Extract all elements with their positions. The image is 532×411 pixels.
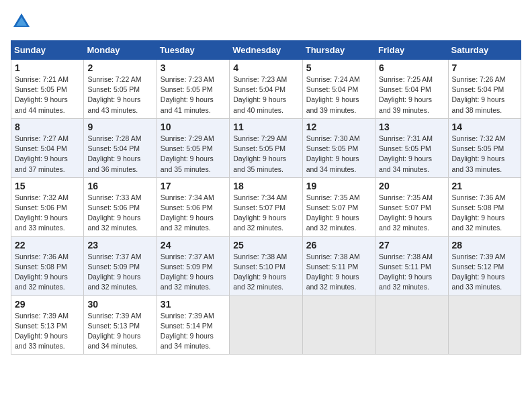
table-row: 12 Sunrise: 7:30 AM Sunset: 5:05 PM Dayl… xyxy=(302,118,375,177)
sunset-label: Sunset: 5:08 PM xyxy=(452,203,504,212)
day-info: Sunrise: 7:23 AM Sunset: 5:04 PM Dayligh… xyxy=(233,75,298,116)
sunrise-label: Sunrise: 7:39 AM xyxy=(87,312,141,320)
day-number: 25 xyxy=(233,240,298,250)
table-row: 5 Sunrise: 7:24 AM Sunset: 5:04 PM Dayli… xyxy=(302,60,375,119)
sunset-label: Sunset: 5:04 PM xyxy=(15,144,67,152)
day-number: 28 xyxy=(452,240,517,250)
daylight-label: Daylight: 9 hours and 33 minutes. xyxy=(15,332,68,350)
day-info: Sunrise: 7:38 AM Sunset: 5:10 PM Dayligh… xyxy=(233,252,298,293)
day-number: 14 xyxy=(452,122,517,132)
daylight-label: Daylight: 9 hours and 35 minutes. xyxy=(233,154,286,173)
daylight-label: Daylight: 9 hours and 43 minutes. xyxy=(87,95,140,113)
day-number: 26 xyxy=(306,240,371,250)
table-row xyxy=(230,295,302,355)
sunset-label: Sunset: 5:04 PM xyxy=(233,85,285,93)
daylight-label: Daylight: 9 hours and 32 minutes. xyxy=(306,273,359,291)
sunrise-label: Sunrise: 7:25 AM xyxy=(379,75,433,83)
calendar-week-row: 15 Sunrise: 7:32 AM Sunset: 5:06 PM Dayl… xyxy=(11,177,521,236)
sunrise-label: Sunrise: 7:21 AM xyxy=(15,75,69,83)
daylight-label: Daylight: 9 hours and 44 minutes. xyxy=(15,95,68,113)
sunset-label: Sunset: 5:08 PM xyxy=(15,263,67,271)
sunrise-label: Sunrise: 7:37 AM xyxy=(161,253,214,261)
day-number: 10 xyxy=(161,122,226,132)
sunset-label: Sunset: 5:11 PM xyxy=(379,263,431,271)
logo-icon xyxy=(11,11,32,32)
daylight-label: Daylight: 9 hours and 34 minutes. xyxy=(87,332,140,350)
sunset-label: Sunset: 5:06 PM xyxy=(87,203,140,212)
sunset-label: Sunset: 5:07 PM xyxy=(379,203,431,212)
daylight-label: Daylight: 9 hours and 38 minutes. xyxy=(452,95,505,113)
sunrise-label: Sunrise: 7:29 AM xyxy=(161,134,214,142)
table-row xyxy=(302,295,375,355)
daylight-label: Daylight: 9 hours and 39 minutes. xyxy=(306,95,359,113)
day-number: 7 xyxy=(452,62,517,73)
table-row: 1 Sunrise: 7:21 AM Sunset: 5:05 PM Dayli… xyxy=(11,60,84,119)
sunrise-label: Sunrise: 7:33 AM xyxy=(87,193,141,201)
calendar-header-row: Sunday Monday Tuesday Wednesday Thursday… xyxy=(11,41,521,60)
sunrise-label: Sunrise: 7:34 AM xyxy=(233,193,287,201)
sunset-label: Sunset: 5:04 PM xyxy=(87,144,140,152)
day-number: 27 xyxy=(379,240,444,250)
table-row: 26 Sunrise: 7:38 AM Sunset: 5:11 PM Dayl… xyxy=(302,236,375,295)
day-info: Sunrise: 7:39 AM Sunset: 5:13 PM Dayligh… xyxy=(87,311,152,352)
day-info: Sunrise: 7:37 AM Sunset: 5:09 PM Dayligh… xyxy=(87,252,152,293)
day-number: 23 xyxy=(87,240,152,250)
day-number: 16 xyxy=(87,181,152,191)
sunset-label: Sunset: 5:06 PM xyxy=(161,203,213,212)
sunrise-label: Sunrise: 7:34 AM xyxy=(161,193,214,201)
sunrise-label: Sunrise: 7:38 AM xyxy=(379,253,433,261)
sunrise-label: Sunrise: 7:23 AM xyxy=(161,75,214,83)
day-number: 13 xyxy=(379,122,444,132)
table-row: 15 Sunrise: 7:32 AM Sunset: 5:06 PM Dayl… xyxy=(11,177,84,236)
daylight-label: Daylight: 9 hours and 32 minutes. xyxy=(15,273,68,291)
daylight-label: Daylight: 9 hours and 32 minutes. xyxy=(452,214,505,232)
day-info: Sunrise: 7:24 AM Sunset: 5:04 PM Dayligh… xyxy=(306,75,371,116)
sunset-label: Sunset: 5:05 PM xyxy=(161,85,213,93)
table-row: 18 Sunrise: 7:34 AM Sunset: 5:07 PM Dayl… xyxy=(230,177,302,236)
daylight-label: Daylight: 9 hours and 34 minutes. xyxy=(379,154,432,173)
sunset-label: Sunset: 5:05 PM xyxy=(452,144,504,152)
daylight-label: Daylight: 9 hours and 41 minutes. xyxy=(161,95,214,113)
day-info: Sunrise: 7:36 AM Sunset: 5:08 PM Dayligh… xyxy=(15,252,80,293)
table-row xyxy=(448,295,521,355)
table-row: 22 Sunrise: 7:36 AM Sunset: 5:08 PM Dayl… xyxy=(11,236,84,295)
day-info: Sunrise: 7:35 AM Sunset: 5:07 PM Dayligh… xyxy=(306,193,371,234)
day-info: Sunrise: 7:29 AM Sunset: 5:05 PM Dayligh… xyxy=(233,134,298,175)
table-row: 19 Sunrise: 7:35 AM Sunset: 5:07 PM Dayl… xyxy=(302,177,375,236)
day-info: Sunrise: 7:39 AM Sunset: 5:13 PM Dayligh… xyxy=(15,311,80,352)
calendar-table: Sunday Monday Tuesday Wednesday Thursday… xyxy=(11,40,521,355)
calendar-week-row: 22 Sunrise: 7:36 AM Sunset: 5:08 PM Dayl… xyxy=(11,236,521,295)
day-info: Sunrise: 7:34 AM Sunset: 5:07 PM Dayligh… xyxy=(233,193,298,234)
daylight-label: Daylight: 9 hours and 32 minutes. xyxy=(379,214,432,232)
col-friday: Friday xyxy=(375,41,448,60)
daylight-label: Daylight: 9 hours and 34 minutes. xyxy=(306,154,359,173)
daylight-label: Daylight: 9 hours and 32 minutes. xyxy=(161,273,214,291)
daylight-label: Daylight: 9 hours and 36 minutes. xyxy=(87,154,140,173)
day-info: Sunrise: 7:30 AM Sunset: 5:05 PM Dayligh… xyxy=(306,134,371,175)
day-info: Sunrise: 7:21 AM Sunset: 5:05 PM Dayligh… xyxy=(15,75,80,116)
col-tuesday: Tuesday xyxy=(157,41,229,60)
table-row: 24 Sunrise: 7:37 AM Sunset: 5:09 PM Dayl… xyxy=(157,236,229,295)
day-info: Sunrise: 7:22 AM Sunset: 5:05 PM Dayligh… xyxy=(87,75,152,116)
table-row: 3 Sunrise: 7:23 AM Sunset: 5:05 PM Dayli… xyxy=(157,60,229,119)
day-number: 22 xyxy=(15,240,80,250)
table-row: 25 Sunrise: 7:38 AM Sunset: 5:10 PM Dayl… xyxy=(230,236,302,295)
table-row xyxy=(375,295,448,355)
sunrise-label: Sunrise: 7:38 AM xyxy=(306,253,360,261)
col-monday: Monday xyxy=(84,41,157,60)
sunrise-label: Sunrise: 7:36 AM xyxy=(15,253,69,261)
day-number: 31 xyxy=(161,299,226,310)
table-row: 11 Sunrise: 7:29 AM Sunset: 5:05 PM Dayl… xyxy=(230,118,302,177)
daylight-label: Daylight: 9 hours and 33 minutes. xyxy=(452,154,505,173)
sunrise-label: Sunrise: 7:28 AM xyxy=(87,134,141,142)
table-row: 2 Sunrise: 7:22 AM Sunset: 5:05 PM Dayli… xyxy=(84,60,157,119)
day-info: Sunrise: 7:27 AM Sunset: 5:04 PM Dayligh… xyxy=(15,134,80,175)
daylight-label: Daylight: 9 hours and 40 minutes. xyxy=(233,95,286,113)
day-number: 21 xyxy=(452,181,517,191)
sunset-label: Sunset: 5:09 PM xyxy=(87,263,140,271)
day-info: Sunrise: 7:23 AM Sunset: 5:05 PM Dayligh… xyxy=(161,75,226,116)
table-row: 13 Sunrise: 7:31 AM Sunset: 5:05 PM Dayl… xyxy=(375,118,448,177)
sunset-label: Sunset: 5:07 PM xyxy=(233,203,285,212)
sunrise-label: Sunrise: 7:38 AM xyxy=(233,253,287,261)
table-row: 10 Sunrise: 7:29 AM Sunset: 5:05 PM Dayl… xyxy=(157,118,229,177)
